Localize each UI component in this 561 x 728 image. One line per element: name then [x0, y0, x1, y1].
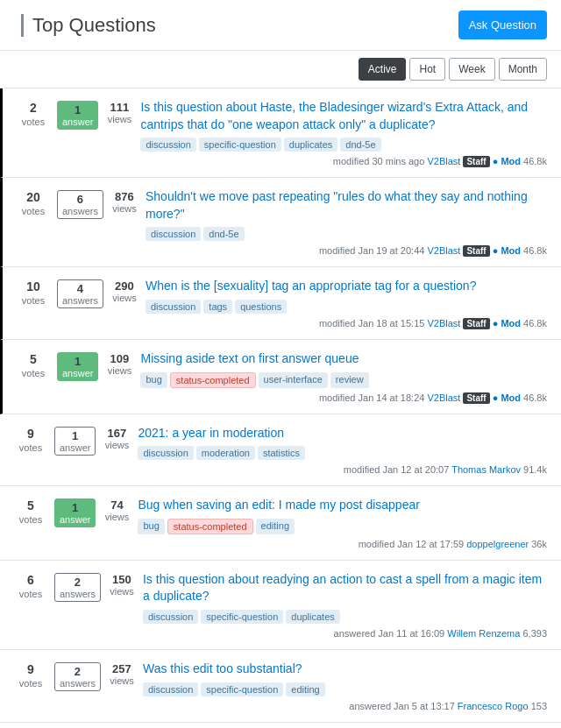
- views-col: 290views: [110, 278, 138, 303]
- filter-btn-hot[interactable]: Hot: [409, 58, 445, 81]
- question-title[interactable]: Bug when saving an edit: I made my post …: [138, 497, 547, 514]
- tag[interactable]: tags: [203, 300, 232, 314]
- votes-col: 6votes: [14, 571, 47, 599]
- tag[interactable]: discussion: [146, 227, 201, 241]
- tag[interactable]: review: [330, 372, 369, 388]
- meta-row: modified Jan 18 at 15:15 V2Blast Staff ●…: [146, 318, 547, 329]
- tag[interactable]: discussion: [140, 138, 195, 152]
- questions-list: 2votes1answer111viewsIs this question ab…: [0, 88, 561, 728]
- answers-col: 1answer: [54, 497, 96, 527]
- tag[interactable]: specific-question: [201, 610, 283, 624]
- question-title[interactable]: Is this question about Haste, the Blades…: [140, 99, 547, 133]
- tags-row: discussionspecific-questionediting: [143, 682, 547, 696]
- answers-col: 4answers: [57, 278, 103, 308]
- tag[interactable]: dnd-5e: [340, 138, 380, 152]
- answers-col: 1answer: [57, 99, 98, 130]
- user-link[interactable]: Thomas Markov: [451, 464, 521, 475]
- question-title[interactable]: Was this edit too substantial?: [143, 661, 547, 678]
- filter-btn-week[interactable]: Week: [449, 58, 494, 81]
- filter-btn-month[interactable]: Month: [499, 58, 547, 81]
- tag[interactable]: discussion: [143, 610, 198, 624]
- question-row: 9votes1answer167views2021: a year in mod…: [0, 414, 561, 487]
- question-title[interactable]: Missing aside text on first answer queue: [140, 350, 547, 368]
- views-col: 150views: [108, 571, 136, 597]
- tag[interactable]: duplicates: [286, 610, 340, 624]
- question-row: 5votes1answer74viewsBug when saving an e…: [0, 486, 561, 561]
- user-link[interactable]: Francesco Rogo: [458, 701, 529, 711]
- votes-col: 9votes: [14, 425, 47, 453]
- tags-row: discussiondnd-5e: [146, 227, 547, 241]
- votes-col: 2votes: [17, 99, 50, 127]
- user-link[interactable]: V2Blast: [427, 318, 460, 329]
- votes-col: 5votes: [14, 497, 47, 525]
- views-col: 111views: [105, 99, 133, 124]
- tag[interactable]: specific-question: [199, 138, 281, 152]
- page-title: Top Questions: [21, 14, 156, 37]
- tags-row: discussiontagsquestions: [146, 300, 547, 314]
- votes-col: 9votes: [14, 661, 47, 689]
- question-content: Missing aside text on first answer queue…: [140, 350, 547, 403]
- votes-col: 10votes: [17, 278, 50, 306]
- tag[interactable]: moderation: [196, 446, 255, 460]
- meta-row: modified Jan 12 at 20:07 Thomas Markov 9…: [138, 464, 547, 475]
- meta-row: modified Jan 12 at 17:59 doppelgreener 3…: [138, 539, 547, 549]
- question-row: 2votes1answer111viewsIs this question ab…: [0, 88, 561, 178]
- meta-row: modified Jan 19 at 20:44 V2Blast Staff ●…: [146, 245, 547, 256]
- meta-row: modified Jan 14 at 18:24 V2Blast Staff ●…: [140, 392, 547, 403]
- tag[interactable]: bug: [138, 519, 164, 534]
- question-content: Is this question about Haste, the Blades…: [140, 99, 547, 166]
- tags-row: bugstatus-completedediting: [138, 519, 547, 534]
- ask-question-button[interactable]: Ask Question: [458, 11, 547, 39]
- question-row: 20votes6answers876viewsShouldn't we move…: [0, 178, 561, 267]
- question-row: 9votes2answers257viewsWas this edit too …: [0, 650, 561, 723]
- tag[interactable]: discussion: [143, 682, 198, 696]
- question-row: 14votes3answers377viewsShould we have an…: [0, 723, 561, 728]
- question-content: Bug when saving an edit: I made my post …: [138, 497, 547, 549]
- question-row: 5votes1answer109viewsMissing aside text …: [0, 340, 561, 414]
- question-title[interactable]: 2021: a year in moderation: [138, 425, 547, 442]
- tag[interactable]: duplicates: [284, 138, 338, 152]
- tag[interactable]: specific-question: [201, 682, 283, 696]
- votes-col: 5votes: [17, 350, 50, 378]
- answers-col: 2answers: [54, 661, 101, 691]
- filter-btn-active[interactable]: Active: [359, 58, 407, 81]
- user-link[interactable]: V2Blast: [427, 245, 460, 256]
- user-link[interactable]: V2Blast: [427, 156, 460, 166]
- tag[interactable]: editing: [286, 682, 324, 696]
- views-col: 74views: [103, 497, 131, 522]
- tag[interactable]: editing: [256, 519, 295, 534]
- tag[interactable]: status-completed: [170, 372, 256, 388]
- tag[interactable]: discussion: [146, 300, 201, 314]
- question-row: 6votes2answers150viewsIs this question a…: [0, 561, 561, 650]
- meta-row: modified 30 mins ago V2Blast Staff ● Mod…: [140, 156, 547, 166]
- tag[interactable]: user-interface: [259, 372, 328, 388]
- tag[interactable]: discussion: [138, 446, 193, 460]
- answers-col: 6answers: [57, 188, 103, 219]
- tags-row: discussionspecific-questionduplicatesdnd…: [140, 138, 547, 152]
- answers-col: 2answers: [54, 571, 101, 602]
- question-title[interactable]: Is this question about readying an actio…: [143, 571, 547, 605]
- tags-row: discussionmoderationstatistics: [138, 446, 547, 460]
- votes-col: 20votes: [17, 188, 50, 216]
- answers-col: 1answer: [54, 425, 96, 456]
- tag[interactable]: questions: [235, 300, 287, 314]
- user-link[interactable]: doppelgreener: [466, 539, 529, 549]
- meta-row: answered Jan 11 at 16:09 Willem Renzema …: [143, 628, 547, 639]
- user-link[interactable]: V2Blast: [427, 392, 460, 403]
- tags-row: bugstatus-completeduser-interfacereview: [140, 372, 547, 388]
- user-link[interactable]: Willem Renzema: [447, 628, 520, 639]
- views-col: 257views: [108, 661, 136, 686]
- views-col: 167views: [103, 425, 131, 450]
- answers-col: 1answer: [57, 350, 98, 381]
- filter-bar: ActiveHotWeekMonth: [0, 51, 561, 88]
- question-row: 10votes4answers290viewsWhen is the [sexu…: [0, 267, 561, 340]
- question-title[interactable]: When is the [sexuality] tag an appropria…: [146, 278, 547, 295]
- tag[interactable]: status-completed: [167, 519, 253, 534]
- tag[interactable]: dnd-5e: [203, 227, 244, 241]
- meta-row: answered Jan 5 at 13:17 Francesco Rogo 1…: [143, 701, 547, 711]
- question-content: When is the [sexuality] tag an appropria…: [146, 278, 547, 329]
- tag[interactable]: statistics: [258, 446, 305, 460]
- question-content: 2021: a year in moderationdiscussionmode…: [138, 425, 547, 476]
- tag[interactable]: bug: [140, 372, 167, 388]
- question-title[interactable]: Shouldn't we move past repeating "rules …: [146, 188, 547, 223]
